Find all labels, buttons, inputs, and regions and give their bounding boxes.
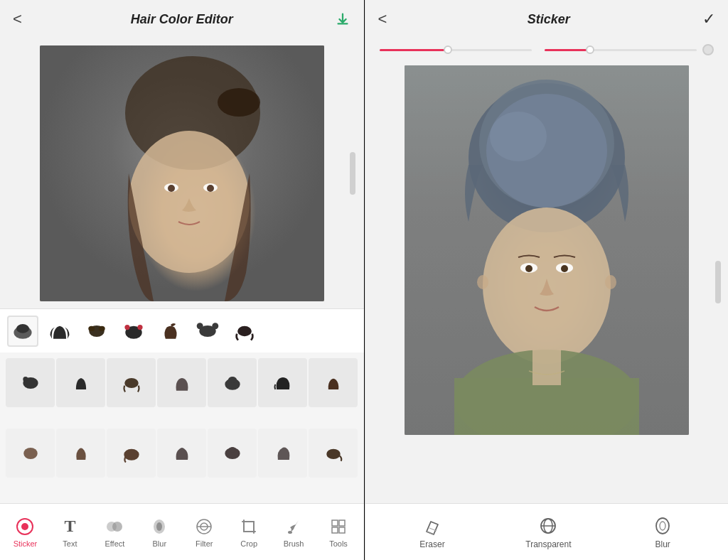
- tool-brush-label: Brush: [284, 539, 304, 548]
- grid-item-9[interactable]: [56, 429, 105, 478]
- left-header: < Hair Color Editor: [0, 0, 364, 38]
- brush-icon: [284, 517, 304, 537]
- svg-rect-41: [332, 527, 338, 533]
- confirm-button[interactable]: ✓: [702, 10, 715, 28]
- svg-point-57: [605, 275, 616, 289]
- left-bottom-toolbar: Sticker T Text Effect Blur: [0, 503, 364, 560]
- right-title: Sticker: [395, 12, 703, 27]
- svg-point-62: [660, 522, 665, 530]
- grid-item-8[interactable]: [6, 429, 55, 478]
- slider-fill-1: [380, 49, 448, 51]
- grid-item-3[interactable]: [107, 358, 156, 407]
- svg-point-14: [137, 325, 142, 330]
- sticker-item-6[interactable]: [192, 316, 223, 347]
- svg-point-32: [112, 522, 122, 532]
- tool-effect-label: Effect: [105, 539, 124, 548]
- right-tool-eraser[interactable]: Eraser: [405, 510, 459, 555]
- svg-point-23: [228, 377, 237, 383]
- svg-point-18: [237, 325, 252, 335]
- right-tool-transparent[interactable]: Transparent: [511, 510, 585, 555]
- svg-point-54: [561, 265, 568, 272]
- svg-point-10: [88, 325, 95, 330]
- tool-tools-label: Tools: [329, 539, 348, 548]
- right-panel: < Sticker ✓: [365, 0, 729, 560]
- sticker-item-4[interactable]: [118, 316, 149, 347]
- right-tool-blur[interactable]: Blur: [638, 510, 687, 555]
- grid-item-5[interactable]: [208, 358, 257, 407]
- svg-point-21: [124, 377, 139, 387]
- tools-icon: [328, 517, 348, 537]
- slider-area: [365, 38, 729, 61]
- tool-text-label: Text: [63, 539, 77, 548]
- tool-sticker-label: Sticker: [14, 539, 38, 548]
- svg-point-61: [656, 518, 669, 534]
- grid-item-6[interactable]: [258, 358, 307, 407]
- grid-item-1[interactable]: [6, 358, 55, 407]
- sticker-item-2[interactable]: [44, 316, 75, 347]
- scroll-handle-right[interactable]: [715, 261, 721, 303]
- sticker-item-7[interactable]: [229, 316, 260, 347]
- tool-effect[interactable]: Effect: [96, 511, 133, 554]
- grid-item-12[interactable]: [208, 429, 257, 478]
- download-button[interactable]: [334, 11, 351, 27]
- left-back-button[interactable]: <: [13, 10, 30, 28]
- svg-point-38: [288, 531, 292, 534]
- svg-point-34: [156, 522, 162, 531]
- sticker-grid: [0, 352, 364, 503]
- eraser-label: Eraser: [419, 539, 444, 549]
- slider-thumb-2[interactable]: [586, 45, 594, 54]
- grid-item-7[interactable]: [309, 358, 358, 407]
- slider-track-2[interactable]: [545, 49, 697, 51]
- left-panel: < Hair Color Editor: [0, 0, 364, 560]
- sticker-item-1[interactable]: [7, 316, 38, 347]
- svg-point-5: [168, 185, 175, 192]
- right-blur-icon: [652, 515, 673, 537]
- sticker-grid-inner: [0, 352, 364, 503]
- left-title: Hair Color Editor: [30, 12, 334, 27]
- grid-item-14[interactable]: [309, 429, 358, 478]
- sticker-top-row: [0, 308, 364, 352]
- slider-end-knob[interactable]: [702, 44, 714, 55]
- tool-brush[interactable]: Brush: [275, 511, 312, 554]
- svg-point-17: [212, 323, 218, 329]
- svg-point-13: [124, 325, 129, 330]
- text-icon: T: [60, 517, 80, 537]
- crop-icon: [239, 517, 259, 537]
- grid-item-11[interactable]: [157, 429, 206, 478]
- grid-item-2[interactable]: [56, 358, 105, 407]
- grid-item-4[interactable]: [157, 358, 206, 407]
- left-image-area: [0, 38, 364, 308]
- tool-blur[interactable]: Blur: [141, 511, 178, 554]
- svg-point-53: [525, 265, 532, 272]
- right-back-button[interactable]: <: [378, 10, 395, 28]
- svg-point-24: [23, 448, 38, 459]
- left-main-photo: [40, 45, 324, 301]
- svg-rect-42: [339, 527, 345, 533]
- slider-thumb-1[interactable]: [444, 45, 452, 54]
- tool-crop[interactable]: Crop: [230, 511, 267, 554]
- grid-item-13[interactable]: [258, 429, 307, 478]
- svg-point-28: [326, 448, 341, 458]
- sticker-item-5[interactable]: [155, 316, 186, 347]
- scroll-handle-left[interactable]: [350, 152, 355, 195]
- tool-filter[interactable]: Filter: [186, 511, 223, 554]
- sticker-item-3[interactable]: [81, 316, 112, 347]
- tool-blur-label: Blur: [153, 539, 167, 548]
- right-main-photo: [405, 65, 689, 435]
- tool-crop-label: Crop: [240, 539, 257, 548]
- svg-point-56: [477, 275, 488, 289]
- slider-track-1[interactable]: [380, 49, 532, 51]
- blur-icon: [149, 517, 169, 537]
- svg-point-30: [21, 523, 28, 530]
- tool-tools[interactable]: Tools: [320, 511, 357, 554]
- svg-point-8: [16, 324, 29, 333]
- svg-point-47: [490, 112, 547, 161]
- tool-sticker[interactable]: Sticker: [6, 511, 43, 554]
- filter-icon: [194, 517, 214, 537]
- grid-item-10[interactable]: [107, 429, 156, 478]
- right-image-area: [365, 61, 729, 503]
- slider-fill-2: [545, 49, 590, 51]
- tool-text[interactable]: T Text: [51, 511, 88, 554]
- svg-point-11: [99, 325, 105, 330]
- svg-point-16: [197, 323, 203, 329]
